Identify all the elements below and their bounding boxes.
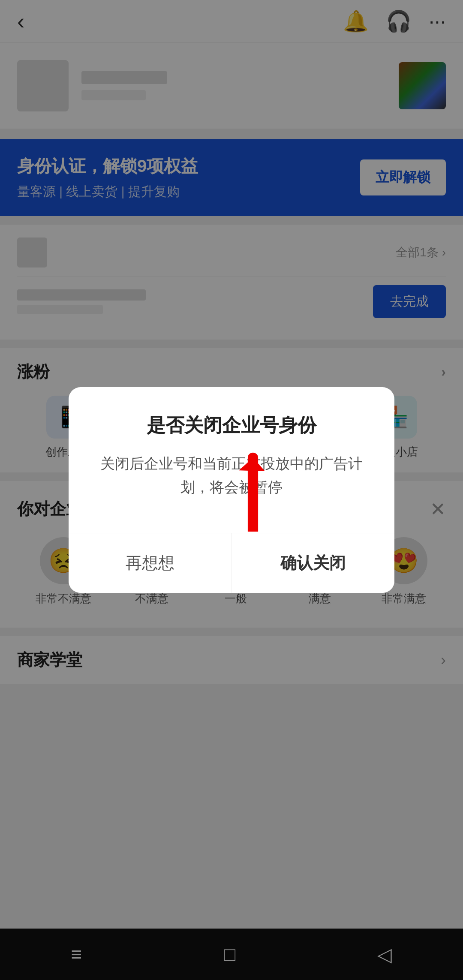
modal-title: 是否关闭企业号身份	[94, 413, 369, 438]
modal-cancel-button[interactable]: 再想想	[69, 533, 232, 593]
modal-footer: 再想想 确认关闭	[69, 533, 394, 593]
modal-confirm-button[interactable]: 确认关闭	[232, 533, 395, 593]
modal-overlay: 是否关闭企业号身份 关闭后企业号和当前正在投放中的广告计划，将会被暂停 再想想 …	[0, 0, 463, 980]
modal-body: 是否关闭企业号身份 关闭后企业号和当前正在投放中的广告计划，将会被暂停	[69, 387, 394, 516]
modal-desc: 关闭后企业号和当前正在投放中的广告计划，将会被暂停	[94, 452, 369, 499]
modal-dialog: 是否关闭企业号身份 关闭后企业号和当前正在投放中的广告计划，将会被暂停 再想想 …	[69, 387, 394, 593]
